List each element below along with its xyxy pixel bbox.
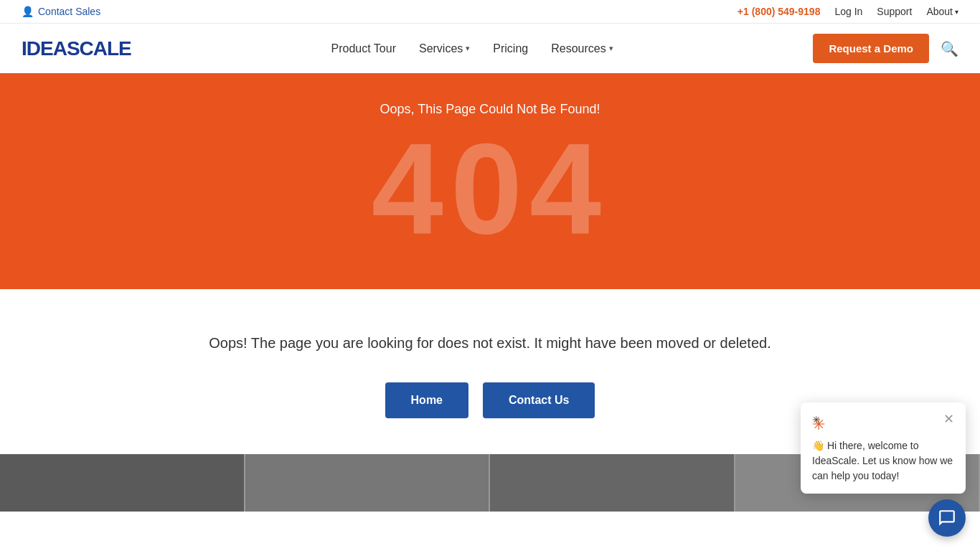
request-demo-button[interactable]: Request a Demo [813, 34, 929, 63]
chat-body: 👋 Hi there, welcome to IdeaScale. Let us… [812, 438, 954, 484]
home-button[interactable]: Home [385, 382, 468, 418]
error-code: 404 [372, 124, 608, 253]
phone-number: +1 (800) 549-9198 [738, 6, 821, 17]
action-buttons: Home Contact Us [385, 382, 595, 418]
top-bar-right: +1 (800) 549-9198 Log In Support About ▾ [738, 6, 958, 17]
contact-sales-area: 👤 Contact Sales [22, 6, 100, 17]
nav-product-tour[interactable]: Product Tour [331, 42, 396, 55]
hero-404-section: Oops, This Page Could Not Be Found! 404 [0, 73, 980, 289]
nav-right: Request a Demo 🔍 [813, 34, 958, 63]
oops-description: Oops! The page you are looking for does … [209, 332, 771, 354]
navbar: IDEASCALE Product Tour Services ▾ Pricin… [0, 24, 980, 73]
support-link[interactable]: Support [877, 6, 912, 17]
chevron-down-icon: ▾ [466, 44, 470, 53]
nav-resources[interactable]: Resources ▾ [551, 42, 613, 55]
login-link[interactable]: Log In [834, 6, 862, 17]
services-label: Services [419, 42, 463, 55]
chat-loader-icon: ✳ [812, 413, 832, 433]
logo[interactable]: IDEASCALE [22, 37, 131, 60]
chevron-down-icon: ▾ [955, 8, 958, 16]
nav-links: Product Tour Services ▾ Pricing Resource… [331, 42, 613, 55]
strip-segment-2 [245, 454, 491, 512]
chat-greeting: 👋 Hi there, welcome to IdeaScale. Let us… [812, 440, 953, 481]
search-icon[interactable]: 🔍 [941, 40, 958, 57]
chevron-down-icon: ▾ [609, 44, 613, 53]
strip-segment-1 [0, 454, 245, 512]
contact-sales-link[interactable]: Contact Sales [38, 6, 100, 17]
person-icon: 👤 [22, 6, 34, 17]
chat-bubble-icon [938, 509, 956, 512]
strip-segment-3 [490, 454, 735, 512]
chat-header: ✳ ✕ [812, 413, 954, 433]
about-menu[interactable]: About ▾ [926, 6, 958, 17]
chat-popup: ✳ ✕ 👋 Hi there, welcome to IdeaScale. Le… [801, 402, 966, 494]
top-bar: 👤 Contact Sales +1 (800) 549-9198 Log In… [0, 0, 980, 24]
nav-services[interactable]: Services ▾ [419, 42, 470, 55]
resources-label: Resources [551, 42, 606, 55]
nav-pricing[interactable]: Pricing [493, 42, 528, 55]
chat-close-button[interactable]: ✕ [943, 413, 954, 425]
contact-us-button[interactable]: Contact Us [483, 382, 595, 418]
error-title: Oops, This Page Could Not Be Found! [380, 102, 600, 117]
about-label: About [926, 6, 953, 17]
